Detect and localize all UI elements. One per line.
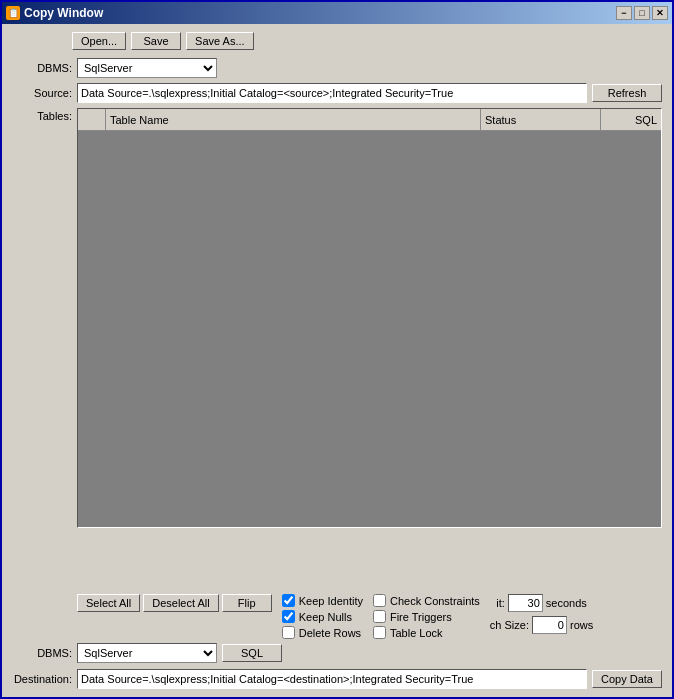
options-area: Select All Deselect All Flip Keep Identi… — [12, 594, 662, 639]
deselect-all-button[interactable]: Deselect All — [143, 594, 218, 612]
delete-rows-option[interactable]: Delete Rows — [282, 626, 363, 639]
open-button[interactable]: Open... — [72, 32, 126, 50]
maximize-button[interactable]: □ — [634, 6, 650, 20]
bottom-section: Select All Deselect All Flip Keep Identi… — [12, 594, 662, 689]
col-sql-header: SQL — [601, 109, 661, 130]
right-checkboxes: Check Constraints Fire Triggers Table Lo… — [373, 594, 480, 639]
destination-row: Destination: Copy Data — [12, 669, 662, 689]
dbms-dropdown[interactable]: SqlServer — [77, 58, 217, 78]
destination-label: Destination: — [12, 673, 72, 685]
keep-identity-option[interactable]: Keep Identity — [282, 594, 363, 607]
toolbar-row: Open... Save Save As... — [12, 32, 662, 50]
batch-row: ch Size: rows — [490, 616, 593, 634]
source-label: Source: — [12, 87, 72, 99]
selection-buttons: Select All Deselect All Flip — [77, 594, 272, 612]
copy-data-button[interactable]: Copy Data — [592, 670, 662, 688]
timeout-label: it: — [496, 597, 505, 609]
col-checkbox-header — [78, 109, 106, 130]
keep-nulls-label: Keep Nulls — [299, 611, 352, 623]
window-content: Open... Save Save As... DBMS: SqlServer … — [2, 24, 672, 697]
tables-container: Table Name Status SQL — [77, 108, 662, 528]
batch-unit: rows — [570, 619, 593, 631]
refresh-button[interactable]: Refresh — [592, 84, 662, 102]
tables-row: Tables: Table Name Status SQL — [12, 108, 662, 589]
tables-label: Tables: — [12, 108, 72, 122]
check-constraints-checkbox[interactable] — [373, 594, 386, 607]
destination-input[interactable] — [77, 669, 587, 689]
col-name-header: Table Name — [106, 109, 481, 130]
save-button[interactable]: Save — [131, 32, 181, 50]
window-icon: 📋 — [6, 6, 20, 20]
keep-nulls-option[interactable]: Keep Nulls — [282, 610, 363, 623]
timeout-section: it: seconds ch Size: rows — [490, 594, 593, 634]
delete-rows-checkbox[interactable] — [282, 626, 295, 639]
sql-button[interactable]: SQL — [222, 644, 282, 662]
close-button[interactable]: ✕ — [652, 6, 668, 20]
check-constraints-label: Check Constraints — [390, 595, 480, 607]
dest-dbms-label: DBMS: — [12, 647, 72, 659]
source-row: Source: Refresh — [12, 83, 662, 103]
table-lock-label: Table Lock — [390, 627, 443, 639]
table-lock-checkbox[interactable] — [373, 626, 386, 639]
save-as-button[interactable]: Save As... — [186, 32, 254, 50]
delete-rows-label: Delete Rows — [299, 627, 361, 639]
fire-triggers-checkbox[interactable] — [373, 610, 386, 623]
window-title: Copy Window — [24, 6, 616, 20]
keep-identity-checkbox[interactable] — [282, 594, 295, 607]
flip-button[interactable]: Flip — [222, 594, 272, 612]
title-controls: − □ ✕ — [616, 6, 668, 20]
select-all-button[interactable]: Select All — [77, 594, 140, 612]
dest-dbms-row: DBMS: SqlServer SQL — [12, 643, 662, 663]
table-body[interactable] — [78, 131, 661, 527]
keep-identity-label: Keep Identity — [299, 595, 363, 607]
timeout-unit: seconds — [546, 597, 587, 609]
title-bar: 📋 Copy Window − □ ✕ — [2, 2, 672, 24]
fire-triggers-option[interactable]: Fire Triggers — [373, 610, 480, 623]
table-header: Table Name Status SQL — [78, 109, 661, 131]
copy-window: 📋 Copy Window − □ ✕ Open... Save Save As… — [0, 0, 674, 699]
timeout-row: it: seconds — [496, 594, 587, 612]
minimize-button[interactable]: − — [616, 6, 632, 20]
table-lock-option[interactable]: Table Lock — [373, 626, 480, 639]
timeout-input[interactable] — [508, 594, 543, 612]
check-constraints-option[interactable]: Check Constraints — [373, 594, 480, 607]
left-checkboxes: Keep Identity Keep Nulls Delete Rows — [282, 594, 363, 639]
dest-dbms-dropdown[interactable]: SqlServer — [77, 643, 217, 663]
batch-label: ch Size: — [490, 619, 529, 631]
fire-triggers-label: Fire Triggers — [390, 611, 452, 623]
dbms-label: DBMS: — [12, 62, 72, 74]
col-status-header: Status — [481, 109, 601, 130]
keep-nulls-checkbox[interactable] — [282, 610, 295, 623]
dbms-source-row: DBMS: SqlServer — [12, 58, 662, 78]
source-input[interactable] — [77, 83, 587, 103]
batch-input[interactable] — [532, 616, 567, 634]
